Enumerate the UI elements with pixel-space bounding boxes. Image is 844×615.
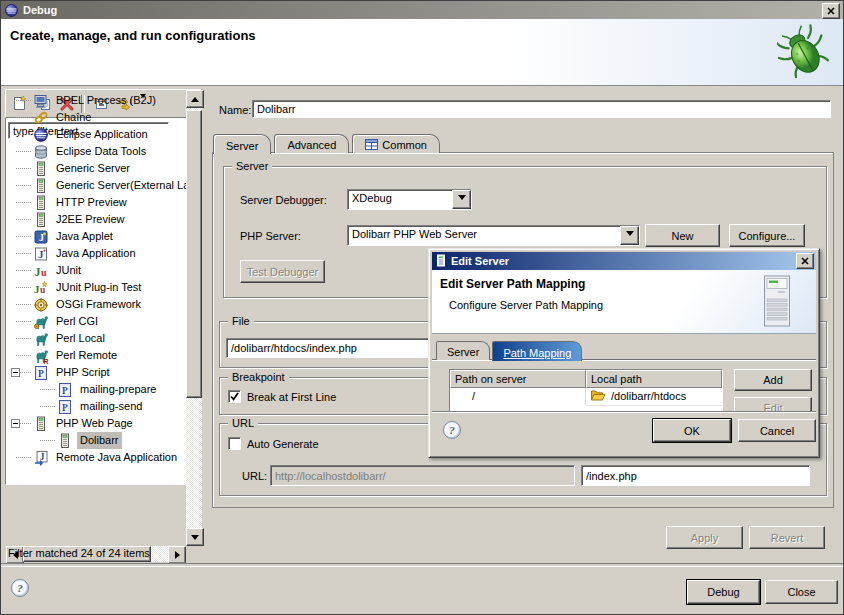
- perl-cgi-icon: [33, 314, 49, 330]
- tree-item-eclipse-application[interactable]: Eclipse Application: [6, 126, 186, 143]
- tree-item-php-web-page[interactable]: PHP Web Page: [6, 415, 186, 432]
- new-server-button[interactable]: New: [645, 224, 720, 247]
- configure-server-button[interactable]: Configure...: [729, 224, 805, 247]
- tree-item-bpel-process-b2j[interactable]: BPEL Process (B2J): [6, 92, 186, 109]
- tree-item-java-application[interactable]: JJava Application: [6, 245, 186, 262]
- tree-item-label: PHP Script: [53, 364, 113, 381]
- server-icon: [33, 178, 49, 194]
- tab-advanced[interactable]: Advanced: [274, 134, 349, 153]
- eclipse-icon: [33, 127, 49, 143]
- chain-icon: [33, 110, 49, 126]
- server-icon: [33, 416, 49, 432]
- tree-item-perl-remote[interactable]: RPerl Remote: [6, 347, 186, 364]
- chevron-down-icon[interactable]: [620, 226, 639, 245]
- tree-item-label: Java Applet: [53, 228, 116, 245]
- server-group-title: Server: [232, 160, 272, 172]
- edit-server-dialog: Edit Server Edit Server Path Mapping Con…: [428, 248, 820, 458]
- edit-server-title: Edit Server: [451, 255, 796, 267]
- cancel-button[interactable]: Cancel: [738, 419, 816, 442]
- tree-item-cha-ne[interactable]: Chaîne: [6, 109, 186, 126]
- close-button[interactable]: Close: [765, 580, 838, 604]
- tree-item-label: J2EE Preview: [53, 211, 127, 228]
- local-path-cell: /dolibarr/htdocs: [586, 388, 722, 406]
- break-first-line-checkbox[interactable]: [228, 390, 241, 403]
- edit-server-tabs: Server Path Mapping: [436, 341, 584, 360]
- dialog-help-icon[interactable]: ?: [443, 421, 461, 439]
- url-label: URL:: [242, 470, 267, 482]
- filter-status-text: Filter matched 24 of 24 items: [8, 547, 198, 559]
- tree-item-label: Perl Remote: [53, 347, 120, 364]
- tree-item-php-script[interactable]: PPHP Script: [6, 364, 186, 381]
- break-first-line-label: Break at First Line: [247, 391, 336, 403]
- tree-item-label: Remote Java Application: [53, 449, 180, 466]
- tree-item-label: BPEL Process (B2J): [53, 92, 159, 109]
- tree-item-j2ee-preview[interactable]: J2EE Preview: [6, 211, 186, 228]
- common-tab-icon: [365, 139, 378, 152]
- tree-item-label: JUnit: [53, 262, 84, 279]
- tree-item-label: HTTP Preview: [53, 194, 130, 211]
- auto-generate-checkbox[interactable]: [228, 437, 241, 450]
- php-icon: P: [33, 365, 49, 381]
- tree-item-dolibarr[interactable]: Dolibarr: [6, 432, 186, 449]
- tree-item-eclipse-data-tools[interactable]: Eclipse Data Tools: [6, 143, 186, 160]
- tree-item-generic-server-external-la[interactable]: Generic Server(External La: [6, 177, 186, 194]
- tree-item-label: JUnit Plug-in Test: [53, 279, 144, 296]
- revert-button[interactable]: Revert: [749, 526, 825, 549]
- svg-text:P: P: [38, 368, 44, 378]
- vertical-scroll-thumb[interactable]: [186, 110, 199, 398]
- chevron-down-icon[interactable]: [452, 190, 471, 209]
- tree-item-osgi-framework[interactable]: OSGi Framework: [6, 296, 186, 313]
- server-icon: [33, 195, 49, 211]
- tab-server[interactable]: Server: [213, 134, 271, 154]
- name-input[interactable]: [252, 100, 831, 118]
- eclipse-logo-icon: [4, 3, 19, 18]
- tree-item-label: Generic Server(External La: [53, 177, 186, 194]
- tree-expander-icon[interactable]: [11, 419, 20, 428]
- test-debugger-button[interactable]: Test Debugger: [240, 260, 325, 283]
- tree-vertical-scrollbar[interactable]: [186, 90, 199, 485]
- base-url-input[interactable]: [270, 465, 575, 486]
- column-header-path-on-server[interactable]: Path on server: [450, 370, 586, 388]
- window-close-button[interactable]: [822, 3, 840, 19]
- tree-item-remote-java-application[interactable]: JRemote Java Application: [6, 449, 186, 466]
- tab-common[interactable]: Common: [352, 134, 440, 153]
- help-icon[interactable]: ?: [11, 579, 29, 597]
- add-mapping-button[interactable]: Add: [734, 369, 812, 391]
- ok-button[interactable]: OK: [653, 419, 731, 442]
- php-server-select[interactable]: Dolibarr PHP Web Server: [347, 225, 640, 246]
- debug-button[interactable]: Debug: [687, 580, 760, 604]
- tree-item-perl-local[interactable]: Perl Local: [6, 330, 186, 347]
- tree-expander-icon[interactable]: [11, 368, 20, 377]
- tab-server-settings[interactable]: Server: [436, 341, 490, 360]
- tree-item-generic-server[interactable]: Generic Server: [6, 160, 186, 177]
- server-icon: [57, 433, 73, 449]
- path-mapping-panel: Path on server Local path //dolibarr/htd…: [432, 359, 816, 415]
- tree-item-http-preview[interactable]: HTTP Preview: [6, 194, 186, 211]
- tree-item-perl-cgi[interactable]: Perl CGI: [6, 313, 186, 330]
- perl-remote-icon: R: [33, 348, 49, 364]
- configurations-panel: BPEL Process (B2J)ChaîneEclipse Applicat…: [5, 89, 203, 563]
- tree-item-mailing-send[interactable]: Pmailing-send: [6, 398, 186, 415]
- edit-server-close-button[interactable]: [796, 253, 814, 269]
- footer-separator: [1, 563, 843, 567]
- file-group-title: File: [228, 315, 254, 327]
- tree-item-junit-plug-in-test[interactable]: JuJUnit Plug-in Test: [6, 279, 186, 296]
- server-debugger-select[interactable]: XDebug: [347, 189, 472, 210]
- url-group-title: URL: [228, 417, 258, 429]
- tree-item-label: Eclipse Data Tools: [53, 143, 149, 160]
- svg-text:u: u: [41, 266, 47, 277]
- window-titlebar: Debug: [1, 1, 843, 19]
- column-header-local-path[interactable]: Local path: [586, 370, 722, 388]
- url-path-input[interactable]: [581, 465, 810, 486]
- tab-path-mapping[interactable]: Path Mapping: [492, 341, 582, 361]
- path-mapping-row[interactable]: //dolibarr/htdocs: [450, 388, 722, 405]
- scroll-up-icon[interactable]: [186, 90, 199, 108]
- tree-item-mailing-prepare[interactable]: Pmailing-prepare: [6, 381, 186, 398]
- tree-item-label: Dolibarr: [77, 432, 122, 449]
- svg-text:J: J: [38, 248, 44, 260]
- tree-item-junit[interactable]: JuJUnit: [6, 262, 186, 279]
- tree-item-java-applet[interactable]: JJava Applet: [6, 228, 186, 245]
- name-label: Name:: [219, 104, 251, 116]
- apply-button[interactable]: Apply: [666, 526, 743, 549]
- tree-item-label: Chaîne: [53, 109, 94, 126]
